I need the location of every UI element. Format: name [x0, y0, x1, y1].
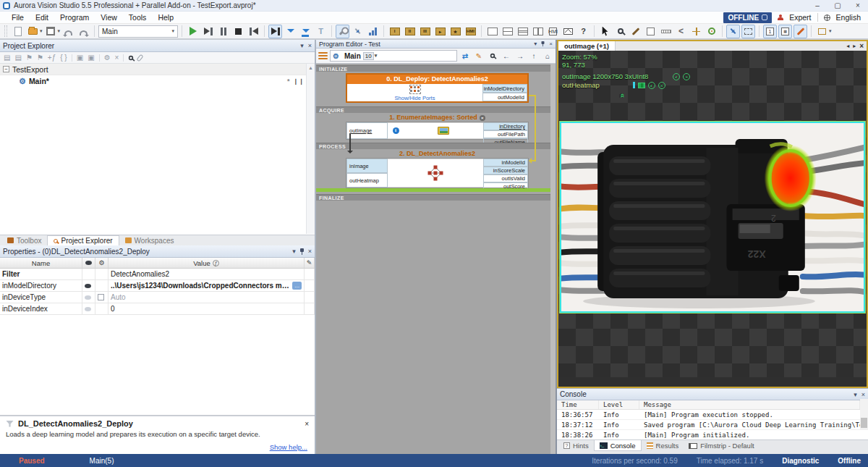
project-explorer-close-icon[interactable]: ×: [308, 42, 312, 49]
view-cursor-icon[interactable]: ▸: [433, 25, 447, 38]
angle-tool-icon[interactable]: <: [674, 25, 688, 38]
tree-item-project[interactable]: − TestExport: [0, 64, 315, 75]
properties-pin-icon[interactable]: [300, 248, 304, 255]
editor-menu-icon[interactable]: [318, 52, 328, 59]
port-inmodeldirectory[interactable]: inModelDirectory: [482, 84, 527, 93]
add-step-icon[interactable]: ⚑: [37, 54, 43, 62]
open-project-dropdown[interactable]: ▾: [40, 28, 43, 34]
find-icon[interactable]: [129, 55, 133, 59]
port-inscorescale[interactable]: inScoreScale: [483, 167, 528, 174]
pan-tool-icon[interactable]: [351, 25, 365, 38]
stop-tasks-icon[interactable]: T: [314, 25, 328, 38]
console-menu-icon[interactable]: ▾: [854, 391, 857, 398]
port-inmodelid[interactable]: inModelId: [483, 159, 528, 167]
program-canvas[interactable]: INITIALIZE 0. DL_Deploy: DetectAnomalies…: [316, 64, 556, 454]
select-tool-icon[interactable]: [598, 25, 612, 38]
duplicate-icon[interactable]: ▣: [77, 54, 83, 62]
feedback-icon[interactable]: [561, 25, 575, 38]
add-macrofilter-icon[interactable]: ▤: [4, 54, 10, 62]
port-outfilepath[interactable]: outFilePath: [483, 130, 528, 138]
inspected-image[interactable]: 2 X22: [560, 122, 865, 313]
property-row-indeviceindex[interactable]: inDeviceIndex 0: [0, 303, 315, 315]
layout-rows-icon[interactable]: [516, 25, 529, 38]
properties-menu-icon[interactable]: ▾: [292, 248, 296, 255]
view-layout2-icon[interactable]: II: [403, 25, 417, 38]
target-tool-icon[interactable]: [705, 25, 718, 38]
ruler-tool-icon[interactable]: [659, 25, 673, 38]
tab-hints[interactable]: ? Hints: [558, 440, 594, 451]
property-row-inmodeldirectory[interactable]: inModelDirectory ..\Users\js1234\Downloa…: [0, 280, 315, 292]
offline-mode-button[interactable]: OFFLINE: [723, 12, 772, 23]
filter-block-dl-deploy[interactable]: 0. DL_Deploy: DetectAnomalies2 Show/Hide…: [346, 73, 529, 103]
visibility-off-icon[interactable]: [85, 295, 91, 300]
console-log-row[interactable]: 18:36:57 Info [Main] Program execution s…: [557, 410, 868, 420]
menu-edit[interactable]: Edit: [30, 13, 54, 22]
draw-tool-icon[interactable]: [793, 25, 807, 38]
properties-close-icon[interactable]: ×: [308, 248, 312, 255]
browse-button[interactable]: ...: [292, 282, 302, 290]
program-selector[interactable]: Main ▾: [98, 25, 178, 38]
port-inimage[interactable]: inImage: [346, 159, 388, 173]
collapse-icon[interactable]: −: [3, 66, 9, 72]
add-worker-task-icon[interactable]: ▤: [14, 54, 21, 62]
collapse-overlay-icon[interactable]: «: [621, 91, 625, 100]
language-button[interactable]: English: [836, 13, 861, 22]
add-variant-icon[interactable]: ⚑: [26, 54, 33, 62]
minimize-button[interactable]: –: [807, 0, 827, 11]
program-editor-close-icon[interactable]: ×: [549, 41, 553, 47]
move-view-icon[interactable]: [726, 25, 740, 38]
tab-toolbox[interactable]: Toolbox: [1, 235, 47, 245]
settings-gear-icon[interactable]: ⚙: [104, 54, 111, 62]
program-editor-menu-icon[interactable]: ▾: [534, 41, 537, 47]
navigate-back-icon[interactable]: ←: [501, 50, 512, 62]
attachments-icon[interactable]: [137, 54, 144, 62]
view-close-icon[interactable]: ×: [859, 42, 864, 50]
edit-macrofilter-icon[interactable]: ✎: [473, 50, 485, 62]
project-tree-scrollbar[interactable]: ▲: [306, 64, 315, 234]
layout-hmi-icon[interactable]: HMI: [546, 25, 560, 38]
layer-settings-icon[interactable]: ◐: [673, 73, 680, 80]
pause-icon[interactable]: [216, 25, 230, 38]
tab-workspaces[interactable]: Workspaces: [119, 235, 180, 245]
filter-block-enumerateimages[interactable]: 1. EnumerateImages: Sorted × outImage i …: [346, 114, 529, 140]
open-project-icon[interactable]: [26, 25, 40, 38]
project-explorer-menu-icon[interactable]: ▾: [300, 42, 304, 49]
console-log-row[interactable]: 18:38:26 Info [Main] Program initialized…: [557, 430, 868, 440]
view-layout3-icon[interactable]: III: [418, 25, 432, 38]
port-outheatmap[interactable]: outHeatmap: [346, 173, 388, 188]
find-in-program-icon[interactable]: [487, 50, 498, 62]
redo-icon[interactable]: [77, 25, 90, 38]
breadcrumb-dropdown[interactable]: ▾: [375, 53, 378, 59]
layout-grid-icon[interactable]: [501, 25, 514, 38]
tools-wrench-icon[interactable]: [336, 25, 349, 38]
layer-remove-icon[interactable]: ×: [683, 73, 690, 80]
tab-console[interactable]: ›_ Console: [594, 440, 642, 451]
macrofilter-breadcrumb[interactable]: ⚙ Main 10 ▾: [330, 50, 457, 62]
add-formula-icon[interactable]: { }: [60, 54, 67, 62]
diagnostic-mode-label[interactable]: Diagnostic: [782, 457, 819, 465]
view-star-icon[interactable]: ★: [448, 25, 462, 38]
run-icon[interactable]: [186, 25, 200, 38]
save-dropdown[interactable]: ▾: [58, 28, 61, 34]
restart-icon[interactable]: [247, 25, 260, 38]
shape-tool-dropdown[interactable]: ▾: [829, 28, 832, 34]
block-title[interactable]: 2. DL_DetectAnomalies2: [346, 150, 529, 158]
tabs-scroll-left-icon[interactable]: ◂: [846, 43, 849, 49]
maximize-button[interactable]: ▢: [827, 0, 848, 11]
menu-help[interactable]: Help: [152, 13, 179, 22]
auto-checkbox[interactable]: [98, 294, 104, 300]
variant-icon[interactable]: ×: [480, 115, 485, 121]
program-editor-pin-icon[interactable]: [542, 41, 545, 46]
add-function-icon[interactable]: +ƒ: [48, 54, 56, 62]
offline-status-label[interactable]: Offline: [838, 457, 861, 465]
navigate-up-icon[interactable]: ↑: [528, 50, 540, 62]
program-selector-dropdown[interactable]: ▾: [172, 28, 175, 34]
palette-icon[interactable]: [638, 83, 645, 88]
select-region-icon[interactable]: [741, 25, 755, 38]
iterate-icon[interactable]: [268, 25, 282, 38]
console-scrollbar[interactable]: [860, 399, 868, 429]
delete-icon[interactable]: ×: [115, 54, 119, 62]
tab-project-explorer[interactable]: Project Explorer: [47, 235, 119, 245]
block-title[interactable]: 1. EnumerateImages: Sorted ×: [346, 114, 529, 122]
axes-tool-icon[interactable]: [689, 25, 703, 38]
